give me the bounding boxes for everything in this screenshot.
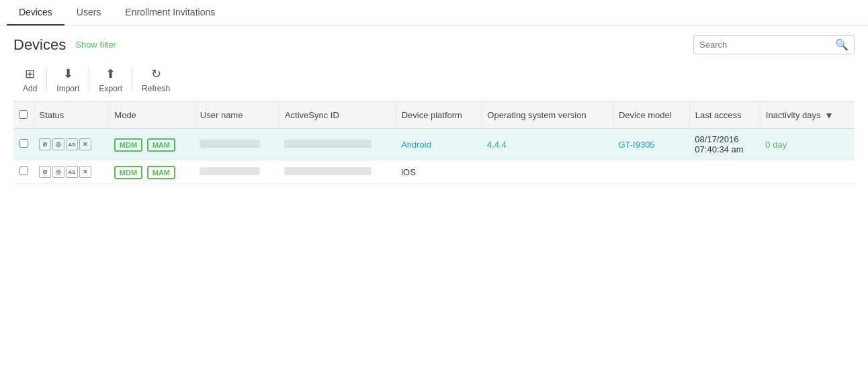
col-status: Status <box>34 102 109 129</box>
row1-device-model: GT-I9305 <box>613 129 689 160</box>
row2-platform: iOS <box>396 160 482 184</box>
status-icon-as: AS <box>66 166 78 178</box>
badge-mam: MAM <box>147 166 175 179</box>
row2-username <box>194 160 279 184</box>
col-activesync-id: ActiveSync ID <box>279 102 396 129</box>
top-nav: Devices Users Enrollment Invitations <box>0 0 868 26</box>
refresh-button[interactable]: ↻ Refresh <box>132 64 179 96</box>
import-button[interactable]: ⬇ Import <box>47 64 89 96</box>
select-all-checkbox[interactable] <box>19 110 28 119</box>
export-icon: ⬆ <box>105 66 116 81</box>
add-label: Add <box>23 84 37 93</box>
search-input[interactable] <box>699 40 835 50</box>
page-title: Devices <box>13 36 66 54</box>
table-row: ⊘ ◎ AS ✕ MDM MAM Android 4.4.4 <box>13 129 855 160</box>
status-icon-1: ⊘ <box>39 166 51 178</box>
row2-last-access <box>689 160 760 184</box>
row1-checkbox-cell <box>13 129 34 160</box>
col-username: User name <box>194 102 279 129</box>
refresh-icon: ↻ <box>151 66 161 81</box>
row1-inactivity: 0 day <box>760 129 855 160</box>
row1-mode: MDM MAM <box>109 129 195 160</box>
row2-activesync-value <box>284 167 372 175</box>
row2-status: ⊘ ◎ AS ✕ <box>34 160 109 184</box>
toolbar: ⊞ Add ⬇ Import ⬆ Export ↻ Refresh <box>0 61 868 101</box>
status-icon-2: ◎ <box>52 166 64 178</box>
col-last-access: Last access <box>689 102 760 129</box>
import-label: Import <box>56 84 79 93</box>
row2-activesync-id <box>279 160 396 184</box>
row2-inactivity <box>760 160 855 184</box>
add-button[interactable]: ⊞ Add <box>13 64 46 96</box>
refresh-label: Refresh <box>142 84 170 93</box>
export-button[interactable]: ⬆ Export <box>89 64 132 96</box>
row2-checkbox-cell <box>13 160 34 184</box>
table-wrapper: Status Mode User name ActiveSync ID Devi… <box>0 101 868 184</box>
row1-activesync-id <box>279 129 396 160</box>
col-device-model: Device model <box>613 102 689 129</box>
page-header-left: Devices Show filter <box>13 36 116 54</box>
row2-mode: MDM MAM <box>109 160 195 184</box>
import-icon: ⬇ <box>63 66 73 81</box>
devices-table: Status Mode User name ActiveSync ID Devi… <box>13 101 855 184</box>
col-chevron-icon[interactable]: ▾ <box>824 109 834 122</box>
row2-device-model <box>613 160 689 184</box>
status-icon-x: ✕ <box>79 138 91 150</box>
status-icon-2: ◎ <box>52 138 64 150</box>
row2-os-version <box>482 160 613 184</box>
tab-users[interactable]: Users <box>64 0 114 26</box>
row1-status: ⊘ ◎ AS ✕ <box>34 129 109 160</box>
badge-mam: MAM <box>147 138 175 152</box>
badge-mdm: MDM <box>114 138 142 152</box>
row1-checkbox[interactable] <box>19 139 28 148</box>
row1-username <box>194 129 279 160</box>
tab-devices[interactable]: Devices <box>7 0 64 26</box>
show-filter-link[interactable]: Show filter <box>75 40 116 50</box>
status-icon-x: ✕ <box>79 166 91 178</box>
col-inactivity-days: Inactivity days ▾ <box>761 102 855 128</box>
row1-last-access: 08/17/201607:40:34 am <box>689 129 760 160</box>
row2-checkbox[interactable] <box>19 166 28 175</box>
search-icon[interactable]: 🔍 <box>835 38 849 51</box>
row1-platform: Android <box>396 129 482 160</box>
export-label: Export <box>99 84 122 93</box>
table-row: ⊘ ◎ AS ✕ MDM MAM iOS <box>13 160 855 184</box>
page-header: Devices Show filter 🔍 <box>0 26 868 61</box>
add-icon: ⊞ <box>25 66 35 81</box>
col-os-version: Operating system version <box>482 102 613 129</box>
row1-os-version: 4.4.4 <box>482 129 613 160</box>
row1-username-value <box>200 140 260 148</box>
status-icon-1: ⊘ <box>39 138 51 150</box>
search-box: 🔍 <box>693 35 855 54</box>
badge-mdm: MDM <box>114 166 142 179</box>
select-all-header <box>13 102 34 129</box>
tab-enrollment-invitations[interactable]: Enrollment Invitations <box>113 0 227 26</box>
col-mode: Mode <box>109 102 195 129</box>
status-icon-as: AS <box>66 138 78 150</box>
row1-activesync-value <box>284 140 372 148</box>
row2-username-value <box>200 167 260 175</box>
col-device-platform: Device platform <box>396 102 482 129</box>
